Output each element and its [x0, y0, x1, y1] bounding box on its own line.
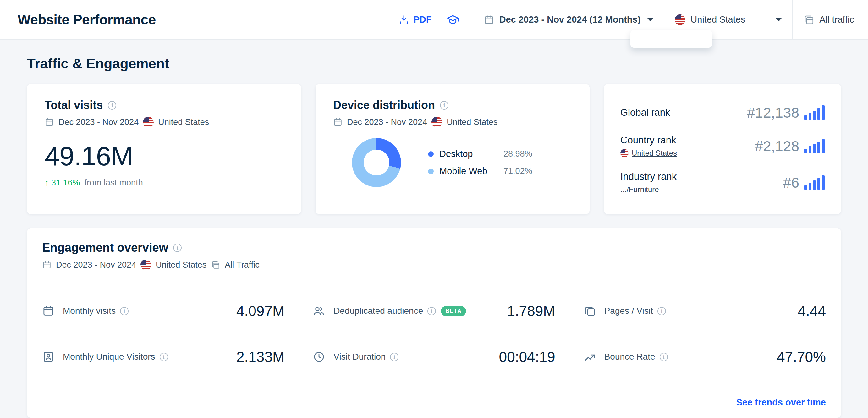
device-distribution-donut — [352, 138, 401, 187]
info-icon[interactable] — [390, 353, 399, 361]
rank-bars-icon — [804, 139, 825, 153]
metric-pages-per-visit: Pages / Visit 4.44 — [584, 288, 826, 334]
main-content: Traffic & Engagement Total visits Dec 20… — [0, 56, 868, 418]
calendar-icon — [484, 14, 494, 25]
section-title: Traffic & Engagement — [27, 56, 841, 72]
learning-button[interactable] — [446, 13, 460, 26]
engagement-title: Engagement overview — [42, 241, 168, 254]
device-distribution-title: Device distribution — [333, 99, 435, 112]
pages-icon — [584, 305, 596, 317]
beta-badge: BETA — [441, 306, 466, 316]
date-range-text: Dec 2023 - Nov 2024 — [58, 117, 138, 127]
metric-visit-duration: Visit Duration 00:04:19 — [313, 334, 555, 380]
bounce-rate-icon — [584, 351, 596, 363]
calendar-icon — [42, 260, 52, 270]
traffic-filter-selector[interactable]: All traffic — [793, 0, 868, 39]
engagement-footer: See trends over time — [27, 387, 841, 418]
calendar-icon — [333, 117, 343, 127]
mobile-web-legend-dot — [428, 169, 434, 174]
traffic-filter-label: All traffic — [819, 14, 854, 25]
us-flag-icon — [675, 14, 685, 25]
total-visits-change: ↑ 31.16% from last month — [44, 178, 283, 188]
metric-deduplicated-audience: Deduplicated audience BETA 1.789M — [313, 288, 555, 334]
country-rank-value: #2,128 — [755, 138, 799, 155]
total-visits-meta: Dec 2023 - Nov 2024 United States — [44, 117, 283, 128]
country-text: United States — [158, 117, 209, 127]
mobile-web-value: 71.02% — [503, 166, 532, 176]
legend-item-desktop: Desktop 28.98% — [428, 149, 532, 159]
info-icon[interactable] — [120, 307, 128, 315]
engagement-meta: Dec 2023 - Nov 2024 United States All Tr… — [42, 259, 826, 270]
industry-rank-link[interactable]: .../Furniture — [620, 185, 659, 194]
metric-value: 00:04:19 — [499, 348, 555, 365]
unique-visitors-icon — [42, 351, 55, 363]
info-icon[interactable] — [160, 353, 168, 361]
legend-item-mobile-web: Mobile Web 71.02% — [428, 166, 532, 176]
country-rank-label: Country rank — [620, 135, 677, 146]
traffic-channels-icon — [803, 14, 814, 26]
chevron-down-icon — [647, 18, 653, 21]
engagement-overview-card: Engagement overview Dec 2023 - Nov 2024 … — [27, 229, 841, 418]
download-icon — [398, 14, 409, 26]
download-pdf-button[interactable]: PDF — [398, 14, 432, 26]
metric-value: 4.44 — [798, 303, 826, 319]
country-rank-link[interactable]: United States — [632, 149, 677, 158]
desktop-label: Desktop — [439, 149, 498, 159]
info-icon[interactable] — [660, 353, 668, 361]
metric-bounce-rate: Bounce Rate 47.70% — [584, 334, 826, 380]
rank-bars-icon — [804, 175, 825, 190]
engagement-metrics-grid: Monthly visits 4.097M Deduplicated audie… — [27, 281, 841, 387]
rank-card: Global rank #12,138 Country rank United … — [604, 84, 841, 214]
us-flag-icon — [141, 259, 151, 270]
traffic-text: All Traffic — [225, 260, 259, 270]
country-text: United States — [156, 260, 207, 270]
clock-icon — [313, 351, 325, 363]
audience-icon — [313, 305, 325, 317]
metric-value: 4.097M — [236, 303, 284, 319]
us-flag-icon — [143, 117, 154, 128]
global-rank-label: Global rank — [620, 107, 670, 118]
change-percent: ↑ 31.16% — [44, 178, 80, 188]
device-distribution-body: Desktop 28.98% Mobile Web 71.02% — [333, 138, 572, 187]
metric-monthly-visits: Monthly visits 4.097M — [42, 288, 284, 334]
metric-value: 47.70% — [777, 348, 826, 365]
total-visits-title: Total visits — [44, 99, 103, 112]
metric-value: 2.133M — [236, 348, 284, 365]
desktop-value: 28.98% — [503, 149, 532, 159]
date-range-label: Dec 2023 - Nov 2024 (12 Months) — [499, 14, 641, 25]
calendar-icon — [42, 305, 55, 317]
see-trends-link[interactable]: See trends over time — [736, 397, 826, 408]
industry-rank-label: Industry rank — [620, 171, 677, 182]
pdf-label: PDF — [413, 14, 432, 25]
open-dropdown-panel — [630, 30, 712, 48]
change-note: from last month — [85, 178, 143, 188]
info-icon[interactable] — [173, 244, 182, 252]
global-rank-value: #12,138 — [747, 104, 799, 121]
metric-monthly-unique-visitors: Monthly Unique Visitors 2.133M — [42, 334, 284, 380]
device-distribution-meta: Dec 2023 - Nov 2024 United States — [333, 117, 572, 128]
date-range-text: Dec 2023 - Nov 2024 — [56, 260, 136, 270]
mobile-web-label: Mobile Web — [439, 166, 498, 176]
info-icon[interactable] — [427, 307, 436, 315]
info-icon[interactable] — [657, 307, 666, 315]
total-visits-value: 49.16M — [44, 141, 283, 172]
global-rank-row: Global rank #12,138 — [620, 98, 825, 128]
up-arrow-icon: ↑ — [44, 178, 49, 187]
country-rank-row: Country rank United States #2,128 — [620, 128, 825, 164]
total-visits-card: Total visits Dec 2023 - Nov 2024 United … — [27, 84, 301, 214]
industry-rank-value: #6 — [783, 174, 799, 191]
country-text: United States — [446, 117, 497, 127]
device-distribution-card: Device distribution Dec 2023 - Nov 2024 … — [315, 84, 590, 214]
industry-rank-row: Industry rank .../Furniture #6 — [620, 165, 825, 201]
metric-value: 1.789M — [507, 303, 555, 319]
engagement-header: Engagement overview Dec 2023 - Nov 2024 … — [27, 229, 841, 281]
calendar-icon — [44, 117, 54, 127]
page-title: Website Performance — [18, 12, 156, 28]
info-icon[interactable] — [108, 101, 116, 109]
top-cards-row: Total visits Dec 2023 - Nov 2024 United … — [27, 84, 841, 214]
traffic-channels-icon — [211, 260, 220, 270]
desktop-legend-dot — [428, 151, 434, 157]
info-icon[interactable] — [440, 101, 448, 109]
graduation-cap-icon — [446, 13, 460, 26]
chevron-down-icon — [776, 18, 782, 21]
